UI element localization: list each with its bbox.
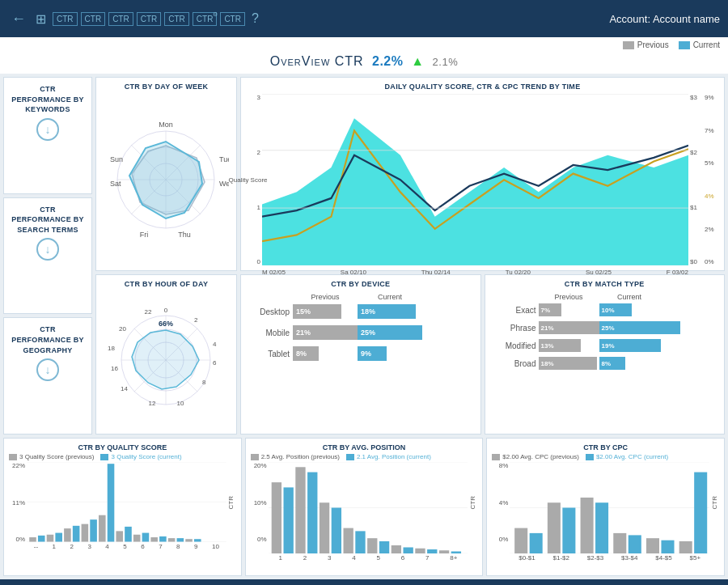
svg-rect-89 [581, 498, 594, 553]
account-label: Account: Account name [609, 13, 720, 25]
chart-match: CTR by Match Type Previous Current Exact… [485, 274, 726, 435]
nav-ctr-7[interactable]: CTR [220, 12, 245, 26]
bottom-chart-position: CTR by Avg. Position 2.5 Avg. Position (… [245, 438, 484, 576]
legend-previous-box [623, 41, 634, 49]
svg-text:6: 6 [213, 359, 217, 367]
svg-rect-78 [331, 508, 341, 554]
svg-rect-54 [185, 539, 193, 541]
nav-ctr-1[interactable]: CTR [53, 12, 78, 26]
svg-text:14: 14 [121, 385, 128, 392]
svg-text:2: 2 [194, 316, 198, 324]
svg-rect-58 [90, 519, 97, 541]
svg-rect-63 [177, 538, 184, 541]
svg-rect-62 [159, 536, 167, 542]
position-title: CTR by Avg. Position [251, 443, 478, 451]
position-y-axis: 20%10%0% [251, 462, 269, 543]
svg-text:Mon: Mon [159, 121, 173, 129]
svg-rect-52 [150, 537, 158, 541]
svg-rect-93 [530, 533, 543, 553]
bottom-chart-cpc: CTR by CPC $2.00 Avg. CPC (previous) $2.… [486, 438, 725, 576]
nav-ctr-5[interactable]: CTR [164, 12, 189, 26]
cpc-y-label-container: CTR [709, 462, 719, 543]
match-broad-prev: 18% [539, 357, 597, 370]
nav-ctr-2[interactable]: CTR [81, 12, 106, 26]
device-curr-label: Current [358, 293, 422, 301]
svg-rect-96 [629, 535, 641, 553]
back-icon[interactable]: ← [8, 9, 29, 29]
position-y-label: CTR [469, 496, 476, 509]
device-row-mobile: Mobile 21% 25% [249, 325, 472, 340]
help-icon[interactable]: ? [248, 10, 262, 28]
svg-text:18: 18 [108, 345, 115, 352]
cpc-legend1: $2.00 Avg. CPC (previous) [502, 453, 579, 460]
match-exact-prev: 7% [539, 303, 561, 316]
sidebar-search-title: CTRPerformance bySearch Terms [11, 205, 84, 235]
search-terms-download-button[interactable]: ↓ [36, 238, 59, 261]
daily-y-ctr: 9%7%5%4%2%0% [703, 94, 719, 265]
device-desktop-prev-bar: 15% [293, 304, 341, 319]
legend-bar: Previous Current [0, 37, 728, 51]
device-tablet-curr-bar: 9% [358, 346, 387, 361]
match-row-broad: Broad 18% 8% [492, 357, 718, 370]
svg-rect-55 [38, 536, 45, 542]
header: ← ⊞ CTR CTR CTR CTR CTR CTR⚙ CTR ? Accou… [0, 0, 728, 37]
chart-hour-title: CTR by Hour of Day [101, 280, 231, 288]
quality-x-labels: --12345678910 [27, 542, 226, 550]
sidebar-item-search-terms: CTRPerformance bySearch Terms ↓ [3, 197, 92, 315]
quality-y-axis: 22%11%0% [9, 462, 27, 543]
svg-rect-56 [55, 533, 62, 542]
daily-y-label: Quality Score [228, 176, 267, 184]
svg-text:20: 20 [119, 325, 126, 333]
svg-text:Wed: Wed [219, 180, 229, 188]
hour-radar-svg: 66% 0 2 4 6 8 10 12 14 16 18 20 22 [104, 302, 229, 419]
position-y-label-container: CTR [468, 462, 477, 543]
nav-ctr-3[interactable]: CTR [108, 12, 133, 26]
svg-rect-50 [116, 531, 123, 541]
svg-rect-77 [307, 473, 317, 553]
keywords-download-button[interactable]: ↓ [36, 118, 59, 141]
legend-current: Current [679, 40, 720, 49]
quality-chart-svg [27, 462, 226, 542]
nav-ctr-4[interactable]: CTR [137, 12, 162, 26]
chart-match-title: CTR by Match Type [490, 280, 720, 288]
svg-rect-79 [355, 531, 365, 553]
chart-hour: CTR by Hour of Day [95, 274, 237, 435]
overview-prev-value: 2.1% [433, 56, 459, 68]
svg-text:Sat: Sat [110, 180, 121, 188]
svg-rect-92 [679, 541, 692, 553]
match-prev-label: Previous [539, 293, 599, 301]
legend-current-box [679, 41, 690, 49]
legend-previous-label: Previous [637, 40, 669, 49]
grid-icon[interactable]: ⊞ [32, 10, 49, 28]
quality-legend: 3 Quality Score (previous) 3 Quality Sco… [9, 453, 236, 460]
svg-rect-74 [415, 549, 425, 553]
quality-y-label: CTR [227, 496, 235, 509]
svg-rect-51 [133, 535, 141, 542]
svg-text:66%: 66% [159, 320, 173, 328]
svg-rect-49 [99, 515, 106, 542]
legend-previous: Previous [623, 40, 669, 49]
svg-text:8: 8 [202, 379, 206, 386]
cpc-y-axis: 8%4%0% [492, 462, 510, 543]
daily-x-labels: M 02/05Sa 02/10Thu 02/14Tu 02/20Su 02/25… [262, 267, 688, 276]
quality-title: CTR by Quality Score [9, 443, 236, 451]
svg-rect-60 [125, 527, 132, 542]
chart-device-title: CTR by Device [246, 280, 476, 288]
device-row-desktop: Desktop 15% 18% [249, 304, 472, 319]
svg-rect-72 [367, 538, 377, 553]
match-row-modified: Modified 13% 19% [492, 339, 718, 352]
sidebar: CTRPerformance byKeywords ↓ CTRPerforman… [3, 77, 92, 435]
svg-rect-97 [662, 540, 675, 553]
position-legend: 2.5 Avg. Position (previous) 2.1 Avg. Po… [251, 453, 478, 460]
svg-rect-83 [451, 551, 460, 553]
svg-text:Fri: Fri [140, 231, 149, 239]
svg-rect-73 [391, 545, 400, 553]
geography-download-button[interactable]: ↓ [36, 358, 59, 381]
legend-current-label: Current [693, 40, 720, 49]
nav-ctr-6[interactable]: CTR⚙ [193, 12, 218, 26]
cpc-chart-svg [510, 462, 709, 553]
svg-rect-82 [427, 549, 437, 553]
svg-rect-81 [403, 547, 413, 553]
svg-rect-98 [695, 473, 708, 553]
match-row-phrase: Phrase 21% 25% [492, 321, 718, 334]
